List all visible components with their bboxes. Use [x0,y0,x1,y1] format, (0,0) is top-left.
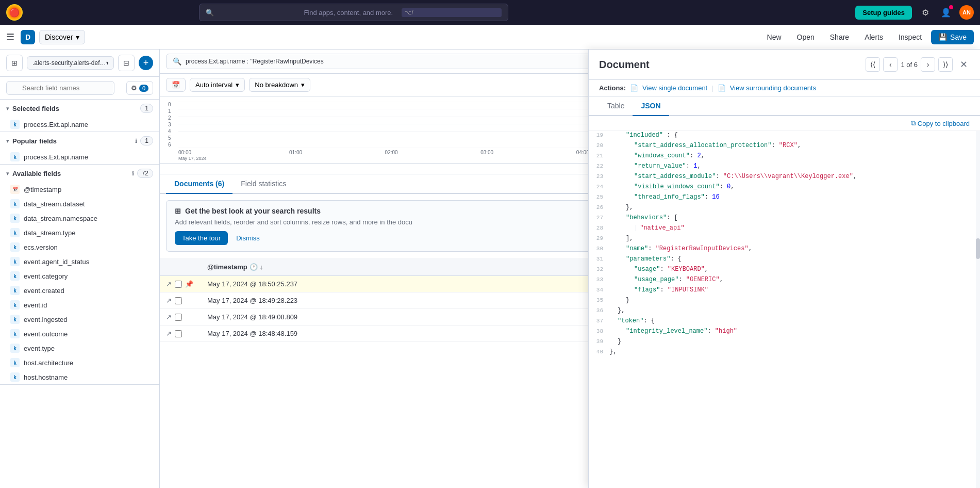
json-content: 19"included" : {20"start_address_allocat… [589,131,980,488]
list-item[interactable]: k host.hostname [0,370,159,384]
flyout-next-button[interactable]: › [921,57,935,72]
save-button[interactable]: 💾 Save [931,30,974,44]
row-controls: ↗ [160,292,201,309]
view-single-doc-icon: 📄 [630,84,638,92]
event-created-field[interactable]: k event.created [0,283,159,298]
flyout-tabs: Table JSON [589,96,980,116]
row-checkbox[interactable] [175,314,182,321]
expand-row-icon[interactable]: ↗ [166,330,172,337]
field-name: event.ingested [24,316,68,323]
line-number: 28 [589,224,609,231]
row-checkbox[interactable] [175,330,182,337]
elastic-logo[interactable]: 🔴 [6,4,23,21]
discover-button[interactable]: Discover ▾ [39,30,85,44]
setup-guides-button[interactable]: Setup guides [855,6,912,20]
separator: | [711,84,713,92]
y-label: 3 [168,122,175,127]
chevron-icon: ▾ [6,170,9,177]
tab-table[interactable]: Table [599,96,633,116]
tab-documents[interactable]: Documents (6) [166,174,232,194]
add-filter-button[interactable]: + [139,56,153,70]
date-picker-button[interactable]: 📅 [166,78,186,92]
line-number: 21 [589,152,609,159]
info-icon[interactable]: ℹ [132,170,134,177]
share-button[interactable]: Share [824,30,855,44]
row-timestamp: May 17, 2024 @ 18:49:28.223 [201,292,593,309]
field-filter-button[interactable]: ⚙ 0 [126,81,153,95]
list-item[interactable]: k event.outcome [0,327,159,341]
line-content: }, [609,348,617,355]
flyout-last-button[interactable]: ⟩⟩ [938,57,953,72]
app-navigation: ☰ D Discover ▾ New Open Share Alerts Ins… [0,25,980,50]
json-line: 34"flags": "INPUTSINK" [589,286,980,296]
line-content: ], [609,235,633,242]
dismiss-button[interactable]: Dismiss [232,231,264,245]
available-field-timestamp[interactable]: 📅 @timestamp [0,182,159,197]
table-header-timestamp[interactable]: @timestamp 🕐 ↓ [201,258,593,276]
auto-interval-button[interactable]: Auto interval ▾ [190,78,245,92]
scrollbar-track[interactable] [976,131,980,488]
line-content: "windows_count": 2, [609,152,705,159]
list-item[interactable]: k event.id [0,298,159,312]
save-label: Save [950,33,967,41]
view-surrounding-documents-link[interactable]: View surrounding documents [730,84,816,92]
row-checkbox[interactable] [175,281,182,288]
copy-to-clipboard-button[interactable]: ⧉ Copy to clipboard [911,119,970,127]
search-keyboard-shortcut: ⌥/ [402,8,502,17]
settings-icon-button[interactable]: ⚙ [918,5,933,20]
expand-row-icon[interactable]: ↗ [166,297,172,304]
list-item[interactable]: k data_stream.namespace [0,211,159,225]
y-label: 4 [168,128,175,134]
user-avatar[interactable]: AN [959,5,974,20]
inspect-button[interactable]: Inspect [892,30,928,44]
line-content: "usage": "KEYBOARD", [609,266,708,273]
field-type-badge: 📅 [10,185,20,194]
filter-icon-button[interactable]: ⊟ [118,55,135,71]
app-badge: D [21,30,35,44]
notifications-icon-button[interactable]: 👤 [939,5,953,20]
open-button[interactable]: Open [791,30,821,44]
selected-field-item[interactable]: k process.Ext.api.name [0,117,159,132]
toggle-sidebar-button[interactable]: ⊞ [6,55,23,71]
field-name: data_stream.namespace [24,215,97,222]
list-item[interactable]: k event.type [0,341,159,355]
event-category-field[interactable]: k event.category [0,269,159,283]
list-item[interactable]: k event.ingested [0,312,159,327]
expand-row-icon[interactable]: ↗ [166,313,172,321]
index-selector[interactable]: .alerts-security.alerts-default,apm-... … [27,56,114,70]
row-timestamp: May 17, 2024 @ 18:48:48.159 [201,326,593,342]
list-item[interactable]: k ecs.version [0,240,159,254]
global-search-bar[interactable]: 🔍 Find apps, content, and more. ⌥/ [199,4,508,21]
take-tour-button[interactable]: Take the tour [175,231,228,245]
scrollbar-thumb[interactable] [976,238,980,259]
selected-fields-header[interactable]: ▾ Selected fields 1 [0,100,159,117]
breakdown-button[interactable]: No breakdown ▾ [249,78,310,92]
index-selector-text: .alerts-security.alerts-default,apm-... [32,59,106,67]
search-fields-input[interactable] [6,81,114,95]
line-content: "included" : { [609,132,678,139]
list-item[interactable]: k data_stream.type [0,225,159,240]
popular-fields-header[interactable]: ▾ Popular fields ℹ 1 [0,132,159,150]
new-button[interactable]: New [761,30,788,44]
list-item[interactable]: k event.agent_id_status [0,254,159,269]
flyout-prev-button[interactable]: ‹ [883,57,898,72]
tab-field-statistics[interactable]: Field statistics [232,174,294,194]
tab-json[interactable]: JSON [633,96,669,116]
json-line: 35} [589,296,980,306]
alerts-button[interactable]: Alerts [858,30,889,44]
list-item[interactable]: k data_stream.dataset [0,197,159,211]
row-controls: ↗ [160,326,201,342]
line-number: 34 [589,286,609,293]
pin-icon[interactable]: 📌 [185,280,193,288]
menu-icon[interactable]: ☰ [6,31,14,43]
view-single-document-link[interactable]: View single document [642,84,707,92]
list-item[interactable]: k host.architecture [0,355,159,370]
row-checkbox[interactable] [175,297,182,304]
flyout-close-button[interactable]: ✕ [958,57,970,72]
expand-row-icon[interactable]: ↗ [166,280,172,288]
y-label: 5 [168,135,175,141]
flyout-first-button[interactable]: ⟨⟨ [866,57,880,72]
info-icon[interactable]: ℹ [135,138,137,144]
available-fields-header[interactable]: ▾ Available fields ℹ 72 [0,165,159,182]
popular-field-item[interactable]: k process.Ext.api.name [0,150,159,164]
